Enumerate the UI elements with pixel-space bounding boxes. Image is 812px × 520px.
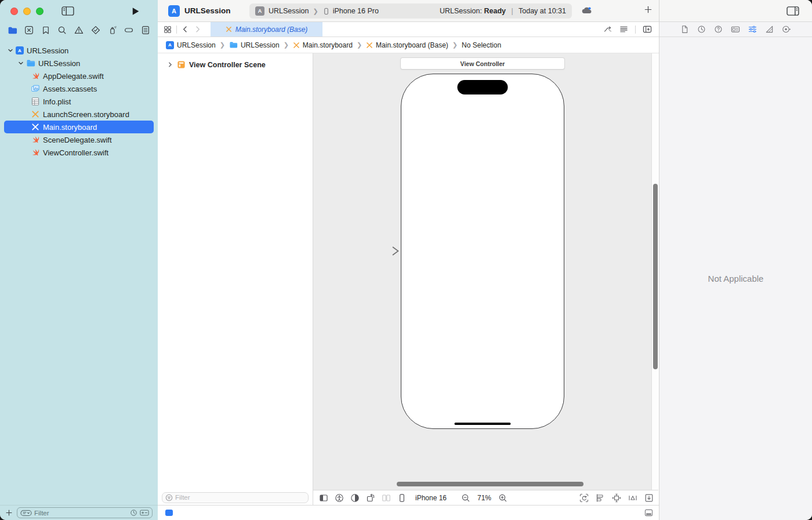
issue-navigator-icon[interactable] <box>72 24 85 37</box>
connections-inspector-icon[interactable] <box>782 25 791 34</box>
scheme-name[interactable]: URLSession <box>269 7 309 15</box>
chevron-down-icon[interactable] <box>17 60 25 66</box>
tree-row-label: URLSession <box>38 59 80 68</box>
chevron-right-icon[interactable] <box>167 61 173 68</box>
device-icon <box>322 8 330 15</box>
zoom-out-icon[interactable] <box>461 493 470 503</box>
tree-row-file[interactable]: SceneDelegate.swift <box>4 133 154 146</box>
jumpbar-item-project[interactable]: A URLSession <box>166 41 216 49</box>
tree-row-file[interactable]: AppDelegate.swift <box>4 70 154 82</box>
quick-help-inspector-icon[interactable] <box>714 25 723 34</box>
source-control-status-icon[interactable] <box>140 510 149 516</box>
debug-navigator-icon[interactable] <box>106 24 119 37</box>
update-frames-icon[interactable] <box>579 493 589 503</box>
swift-file-icon <box>31 71 40 81</box>
add-editor-icon[interactable] <box>643 25 652 34</box>
toggle-inspector-icon[interactable] <box>786 6 799 16</box>
appearance-icon[interactable] <box>350 493 360 503</box>
bookmark-navigator-icon[interactable] <box>39 24 52 37</box>
outline-row-scene[interactable]: View Controller Scene <box>158 60 313 69</box>
find-navigator-icon[interactable] <box>56 24 68 37</box>
tree-row-file[interactable]: LaunchScreen.storyboard <box>4 108 154 121</box>
accessibility-icon[interactable] <box>335 493 344 503</box>
filter-indicator-chip[interactable] <box>165 510 173 516</box>
outline-filter-input[interactable] <box>175 494 305 501</box>
editor-options-icon[interactable] <box>619 25 628 34</box>
report-navigator-icon[interactable] <box>139 24 152 37</box>
toggle-debug-area-icon[interactable] <box>644 509 653 517</box>
toggle-navigator-icon[interactable] <box>61 6 74 16</box>
related-items-icon[interactable] <box>164 26 172 34</box>
folder-icon <box>229 41 238 49</box>
tree-row-file-selected[interactable]: Main.storyboard <box>4 121 154 133</box>
app-icon: A <box>168 5 180 17</box>
run-button[interactable] <box>130 6 140 16</box>
minimize-window-button[interactable] <box>23 8 31 15</box>
tree-row-file[interactable]: Assets.xcassets <box>4 82 154 95</box>
device-label[interactable]: iPhone 16 <box>415 494 447 502</box>
editor-tab-bar: Main.storyboard (Base) <box>158 22 659 37</box>
tree-row-label: Info.plist <box>43 97 71 106</box>
activity-viewer: A URLSession ❯ iPhone 16 Pro URLSession:… <box>249 3 572 19</box>
size-inspector-icon[interactable] <box>765 25 774 34</box>
outline-filter-field[interactable] <box>162 492 309 503</box>
auto-layout-controls <box>579 490 654 505</box>
new-tab-button[interactable] <box>644 5 652 14</box>
swift-file-icon <box>31 148 40 157</box>
project-navigator-icon[interactable] <box>6 24 19 37</box>
close-window-button[interactable] <box>10 8 18 15</box>
scheme-app-icon: A <box>255 6 264 16</box>
recent-files-icon[interactable] <box>130 509 137 517</box>
view-controller-view[interactable] <box>401 74 564 429</box>
history-inspector-icon[interactable] <box>697 25 706 34</box>
horizontal-scrollbar[interactable] <box>397 482 583 486</box>
jumpbar-item-localization[interactable]: Main.storyboard (Base) <box>366 41 448 49</box>
zoom-window-button[interactable] <box>36 8 44 15</box>
run-destination[interactable]: iPhone 16 Pro <box>333 7 379 15</box>
navigator-filter-input[interactable] <box>34 510 128 517</box>
jumpbar-item-group[interactable]: URLSession <box>229 41 280 49</box>
jumpbar-item-selection[interactable]: No Selection <box>462 41 501 49</box>
toggle-outline-icon[interactable] <box>319 493 328 503</box>
storyboard-canvas[interactable]: View Controller <box>313 53 658 490</box>
chevron-separator: ❯ <box>220 41 225 49</box>
storyboard-entry-point-arrow[interactable] <box>358 246 401 256</box>
view-controller-titlebar[interactable]: View Controller <box>400 57 565 70</box>
tree-row-folder[interactable]: URLSession <box>4 57 154 70</box>
orientation-icon[interactable] <box>366 493 375 503</box>
code-review-icon[interactable] <box>603 26 612 34</box>
add-file-button[interactable] <box>5 509 13 517</box>
zoom-level[interactable]: 71% <box>477 494 491 502</box>
embed-in-icon[interactable] <box>644 493 654 503</box>
jumpbar-item-file[interactable]: Main.storyboard <box>293 41 353 49</box>
navigator-filter-field[interactable] <box>17 507 153 518</box>
file-tree: A URLSession URLSession AppDelegate.swif… <box>0 38 158 505</box>
storyboard-icon <box>293 42 300 49</box>
zoom-controls: 71% <box>461 490 507 505</box>
go-forward-button[interactable] <box>194 26 201 33</box>
breakpoint-navigator-icon[interactable] <box>122 24 135 37</box>
identity-inspector-icon[interactable] <box>731 25 740 34</box>
align-icon[interactable] <box>596 493 605 503</box>
tree-row-label: LaunchScreen.storyboard <box>43 110 129 119</box>
tree-row-file[interactable]: Info.plist <box>4 95 154 108</box>
test-navigator-icon[interactable] <box>89 24 102 37</box>
tab-main-storyboard[interactable]: Main.storyboard (Base) <box>211 22 322 37</box>
cloud-status-icon[interactable] <box>581 6 593 14</box>
tree-row-label: Assets.xcassets <box>43 85 97 93</box>
tree-row-file[interactable]: ViewController.swift <box>4 146 154 159</box>
add-constraints-icon[interactable] <box>612 493 621 503</box>
resolve-layout-issues-icon[interactable] <box>628 493 637 503</box>
file-inspector-icon[interactable] <box>680 25 689 34</box>
go-back-button[interactable] <box>182 26 189 33</box>
inspector-panel: Not Applicable <box>659 0 812 520</box>
vertical-scrollbar[interactable] <box>653 184 658 369</box>
tree-row-project[interactable]: A URLSession <box>4 44 154 57</box>
chevron-down-icon[interactable] <box>6 48 14 53</box>
source-control-navigator-icon[interactable] <box>23 24 35 37</box>
zoom-in-icon[interactable] <box>498 493 507 503</box>
device-icon[interactable] <box>397 493 407 503</box>
tree-row-label: ViewController.swift <box>43 148 108 157</box>
jump-bar: A URLSession ❯ URLSession ❯ Main.storybo… <box>158 37 659 53</box>
attributes-inspector-icon[interactable] <box>748 25 757 34</box>
